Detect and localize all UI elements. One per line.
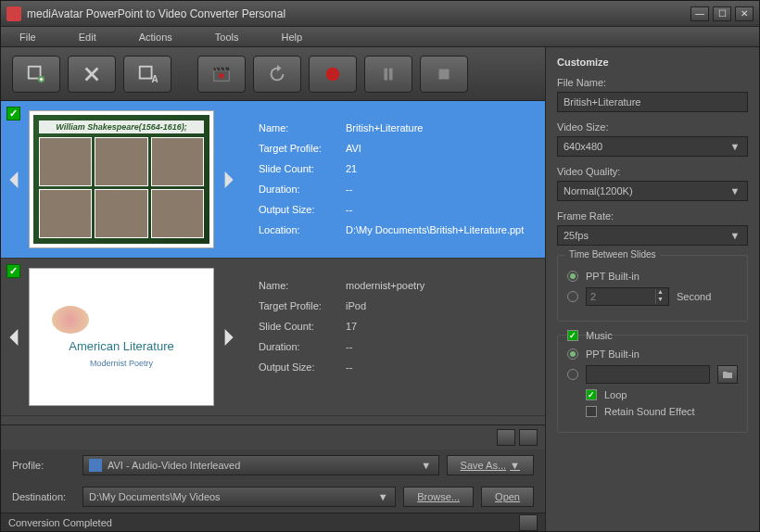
svg-rect-2 xyxy=(140,66,152,78)
svg-point-7 xyxy=(326,67,340,81)
tbs-builtin-label: PPT Built-in xyxy=(586,271,640,282)
meta-label-name: Name: xyxy=(259,122,340,133)
save-as-button[interactable]: Save As...▼ xyxy=(447,455,534,475)
profile-row: Profile: AVI - Audio-Video Interleaved ▼… xyxy=(1,450,545,481)
next-slide-button[interactable] xyxy=(214,259,242,415)
item-checkbox[interactable]: ✓ xyxy=(6,107,20,120)
app-window: mediAvatar PowerPoint to Video Converter… xyxy=(0,0,760,532)
item-checkbox[interactable]: ✓ xyxy=(6,264,20,278)
loop-checkbox[interactable] xyxy=(586,389,597,400)
destination-label: Destination: xyxy=(12,491,75,502)
profile-value: AVI - Audio-Video Interleaved xyxy=(108,460,240,471)
filename-input[interactable]: British+Literature xyxy=(557,92,748,112)
folder-icon xyxy=(722,369,733,380)
meta-label-output: Output Size: xyxy=(259,361,340,373)
time-between-slides-group: Time Between Slides PPT Built-in 2 ▲▼ Se… xyxy=(557,255,748,322)
thumb-title: William Shakespeare(1564-1616); xyxy=(39,120,204,133)
meta-output: -- xyxy=(346,204,352,215)
svg-rect-8 xyxy=(384,68,387,80)
svg-point-6 xyxy=(219,73,224,79)
toolbar: A xyxy=(1,47,545,101)
chevron-down-icon: ▼ xyxy=(728,230,741,241)
add-button[interactable] xyxy=(12,56,60,93)
spinner-down[interactable]: ▼ xyxy=(655,297,665,304)
slide-item[interactable]: ✓ American Literature Modernist Poetry N… xyxy=(1,259,545,416)
quality-label: Video Quality: xyxy=(557,166,748,177)
tbs-builtin-radio[interactable] xyxy=(567,271,578,282)
menu-tools[interactable]: Tools xyxy=(215,32,239,43)
log-button[interactable] xyxy=(519,514,538,531)
stop-button[interactable] xyxy=(420,56,468,93)
profile-label: Profile: xyxy=(12,460,75,471)
music-builtin-label: PPT Built-in xyxy=(586,348,640,360)
refresh-button[interactable] xyxy=(253,56,301,93)
profile-combo[interactable]: AVI - Audio-Video Interleaved ▼ xyxy=(82,455,439,475)
framerate-label: Frame Rate: xyxy=(557,210,748,222)
minimize-button[interactable]: — xyxy=(690,6,709,21)
meta-count: 21 xyxy=(346,163,357,174)
slide-thumbnail: William Shakespeare(1564-1616); xyxy=(29,110,214,248)
meta-duration: -- xyxy=(346,341,352,352)
meta-label-duration: Duration: xyxy=(259,184,340,195)
delete-button[interactable] xyxy=(68,56,116,93)
destination-combo[interactable]: D:\My Documents\My Videos ▼ xyxy=(82,487,396,507)
view-toolbar xyxy=(1,424,545,450)
music-builtin-radio[interactable] xyxy=(567,348,578,360)
app-title: mediAvatar PowerPoint to Video Converter… xyxy=(27,7,690,20)
open-button[interactable]: Open xyxy=(481,487,534,507)
status-text: Conversion Completed xyxy=(8,517,112,528)
music-checkbox[interactable] xyxy=(567,330,578,341)
loop-label: Loop xyxy=(604,389,627,400)
auto-button[interactable]: A xyxy=(123,56,171,93)
menu-help[interactable]: Help xyxy=(281,32,302,43)
music-browse-button[interactable] xyxy=(717,365,738,384)
menu-file[interactable]: File xyxy=(19,32,36,43)
meta-label-name: Name: xyxy=(259,280,340,291)
close-button[interactable]: ✕ xyxy=(735,6,754,21)
status-bar: Conversion Completed xyxy=(1,513,545,531)
svg-text:A: A xyxy=(152,74,158,84)
slide-metadata: Name:British+Literature Target Profile:A… xyxy=(242,101,545,258)
retain-label: Retain Sound Effect xyxy=(604,406,695,417)
meta-label-count: Slide Count: xyxy=(259,321,340,332)
music-label: Music xyxy=(586,330,613,341)
pause-button[interactable] xyxy=(364,56,412,93)
record-button[interactable] xyxy=(309,56,357,93)
videosize-label: Video Size: xyxy=(557,121,748,133)
chevron-down-icon: ▼ xyxy=(728,141,741,152)
prev-slide-button[interactable] xyxy=(1,259,29,415)
music-file-field[interactable] xyxy=(586,365,710,384)
quality-combo[interactable]: Normal(1200K)▼ xyxy=(557,181,748,201)
retain-checkbox[interactable] xyxy=(586,406,597,417)
chevron-down-icon: ▼ xyxy=(420,460,433,471)
tbs-seconds-spinner[interactable]: 2 ▲▼ xyxy=(586,287,669,306)
videosize-combo[interactable]: 640x480▼ xyxy=(557,136,748,157)
view-list-icon[interactable] xyxy=(497,429,515,446)
browse-button[interactable]: Browse... xyxy=(403,487,474,507)
thumb-title: American Literature xyxy=(69,339,173,353)
meta-duration: -- xyxy=(346,184,352,195)
slide-metadata: Name:modernist+poetry Target Profile:iPo… xyxy=(242,259,545,415)
view-detail-icon[interactable] xyxy=(519,429,538,446)
maximize-button[interactable]: ☐ xyxy=(713,6,731,21)
meta-name: British+Literature xyxy=(346,122,423,133)
meta-label-count: Slide Count: xyxy=(259,163,340,174)
clapper-button[interactable] xyxy=(197,56,246,93)
main-panel: A ✓ William Shakespeare(1564-1616); xyxy=(1,47,546,531)
thumb-subtitle: Modernist Poetry xyxy=(90,359,153,368)
music-group: Music PPT Built-in Loop xyxy=(557,335,748,433)
menu-actions[interactable]: Actions xyxy=(139,32,172,43)
framerate-combo[interactable]: 25fps▼ xyxy=(557,225,748,246)
menu-edit[interactable]: Edit xyxy=(79,32,96,43)
destination-value: D:\My Documents\My Videos xyxy=(89,491,221,502)
slide-thumbnail: American Literature Modernist Poetry xyxy=(29,268,214,406)
destination-row: Destination: D:\My Documents\My Videos ▼… xyxy=(1,481,545,513)
svg-rect-9 xyxy=(389,68,393,80)
next-slide-button[interactable] xyxy=(214,101,242,258)
tbs-custom-radio[interactable] xyxy=(567,291,578,302)
slide-item[interactable]: ✓ William Shakespeare(1564-1616); Name:B… xyxy=(1,101,545,259)
meta-label-output: Output Size: xyxy=(259,204,340,215)
prev-slide-button[interactable] xyxy=(1,101,29,258)
svg-rect-0 xyxy=(29,66,41,78)
music-custom-radio[interactable] xyxy=(567,369,578,380)
